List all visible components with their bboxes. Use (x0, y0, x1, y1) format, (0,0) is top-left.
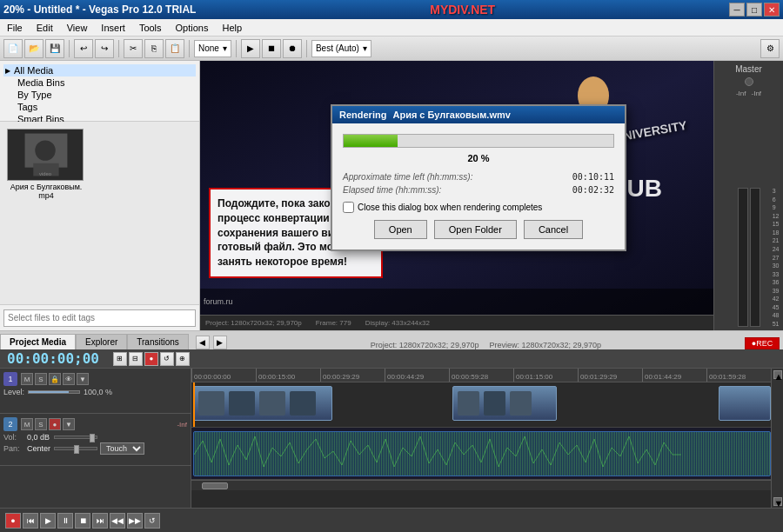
level-slider[interactable] (28, 390, 80, 394)
vertical-scrollbar[interactable]: ▲ ▼ (771, 369, 783, 508)
toolbar-separator-2 (118, 40, 119, 57)
tree-media-bins[interactable]: Media Bins (3, 76, 196, 89)
dialog-close-checkbox[interactable] (343, 202, 354, 213)
scroll-thumb[interactable] (202, 482, 228, 489)
tab-next-btn[interactable]: ▶ (213, 336, 227, 349)
transport-goto-end[interactable]: ⏭ (92, 513, 108, 529)
tl-btn-rec[interactable]: ● (144, 352, 158, 366)
menu-tools[interactable]: Tools (136, 23, 165, 33)
menu-edit[interactable]: Edit (33, 23, 57, 33)
audio-clip-1[interactable] (193, 431, 771, 476)
scroll-up-btn[interactable]: ▲ (773, 370, 782, 379)
minimize-button[interactable]: ─ (729, 3, 745, 17)
transport-prev-frame[interactable]: ◀◀ (110, 513, 125, 529)
maximize-button[interactable]: □ (746, 3, 762, 17)
window-title: 20% - Untitled * - Vegas Pro 12.0 TRIAL (3, 3, 196, 16)
toolbar-record[interactable]: ⏺ (283, 39, 302, 58)
waveform (194, 432, 770, 475)
toolbar-save[interactable]: 💾 (45, 39, 64, 58)
scroll-down-btn[interactable]: ▼ (773, 497, 782, 506)
toolbar-stop[interactable]: ⏹ (262, 39, 281, 58)
transport-loop[interactable]: ↺ (144, 513, 160, 529)
center-panel: UNIVERSITY UB forum.ru Rendering Ария с … (200, 61, 713, 330)
toolbar-new[interactable]: 📄 (3, 39, 23, 58)
tab-explorer[interactable]: Explorer (76, 334, 127, 349)
video-clip-3[interactable] (719, 386, 771, 421)
audio-solo-btn[interactable]: S (35, 418, 47, 430)
dialog-open-button[interactable]: Open (374, 220, 427, 239)
title-bar: 20% - Untitled * - Vegas Pro 12.0 TRIAL … (0, 0, 783, 19)
transport-goto-start[interactable]: ⏮ (23, 513, 38, 529)
menu-insert[interactable]: Insert (97, 23, 129, 33)
video-clip-1[interactable] (193, 386, 332, 421)
tree-by-type[interactable]: By Type (3, 89, 196, 101)
video-clip-2[interactable] (452, 386, 557, 421)
dialog-title: Rendering Ария с Булгаковым.wmv (332, 106, 625, 123)
menu-file[interactable]: File (3, 23, 26, 33)
track-mute-btn[interactable]: M (21, 373, 33, 385)
dialog-open-folder-button[interactable]: Open Folder (434, 220, 517, 239)
transport-next-frame[interactable]: ▶▶ (127, 513, 143, 529)
tl-btn-loop[interactable]: ↺ (160, 352, 174, 366)
vol-slider[interactable] (54, 436, 97, 439)
dialog-progress-fill (344, 135, 398, 147)
track-solo-btn[interactable]: S (35, 373, 47, 385)
transport-pause[interactable]: ⏸ (57, 513, 73, 529)
audio-expand-btn[interactable]: ▼ (63, 418, 75, 430)
dialog-cancel-button[interactable]: Cancel (524, 220, 583, 239)
right-panel: Master -Inf -Inf 3 6 9 12 15 (713, 61, 783, 330)
record-indicator: ●REC (745, 337, 780, 349)
transport-stop[interactable]: ⏹ (75, 513, 90, 529)
transport-play[interactable]: ▶ (40, 513, 56, 529)
tab-preview-info: Preview: 1280x720x32; 29,970p (489, 341, 601, 349)
pan-slider[interactable] (54, 447, 97, 450)
tab-project-media[interactable]: Project Media (0, 334, 76, 349)
track-expand-btn[interactable]: ▼ (77, 373, 89, 385)
menu-view[interactable]: View (64, 23, 91, 33)
vol-label: Vol: (3, 433, 24, 442)
tab-transitions[interactable]: Transitions (127, 334, 189, 349)
media-thumb-item[interactable]: video Ария с Булгаковым.mp4 (7, 129, 85, 297)
transport-record[interactable]: ● (5, 513, 21, 529)
playhead (193, 382, 195, 427)
toolbar-undo[interactable]: ↩ (74, 39, 93, 58)
ruler-mark-0: 00:00:00:00 (191, 369, 256, 382)
ruler-mark-1: 00:00:15:00 (256, 369, 320, 382)
menu-help[interactable]: Help (218, 23, 245, 33)
level-fill (29, 391, 69, 393)
video-track-header: 1 M S 🔒 👁 ▼ Level: 100,0 % (0, 369, 191, 414)
touch-dropdown[interactable]: Touch (100, 442, 144, 455)
dialog-buttons: Open Open Folder Cancel (343, 220, 614, 239)
toolbar-open[interactable]: 📂 (24, 39, 44, 58)
track-lock-btn[interactable]: 🔒 (49, 373, 61, 385)
tl-btn-2[interactable]: ⊟ (129, 352, 143, 366)
media-tree: ▶ All Media Media Bins By Type Tags Smar… (0, 61, 199, 122)
frame-info: Frame: 779 (316, 319, 351, 327)
quality-dropdown[interactable]: Best (Auto)▾ (311, 40, 371, 57)
master-knob[interactable] (745, 77, 753, 86)
toolbar-copy[interactable]: ⎘ (144, 39, 164, 58)
dialog-approx-row: Approximate time left (hh:mm:ss): 00:10:… (343, 172, 614, 182)
none-dropdown[interactable]: None▾ (194, 40, 231, 57)
tree-tags[interactable]: Tags (3, 101, 196, 113)
toolbar-settings[interactable]: ⚙ (760, 39, 780, 58)
toolbar-redo[interactable]: ↪ (95, 39, 114, 58)
timeline-scrollbar[interactable] (191, 480, 771, 490)
tl-btn-snap[interactable]: ⊕ (176, 352, 190, 366)
toolbar-play[interactable]: ▶ (241, 39, 260, 58)
toolbar-paste[interactable]: 📋 (165, 39, 184, 58)
svg-rect-9 (198, 391, 224, 416)
audio-mute-btn[interactable]: M (21, 418, 33, 430)
dialog-elapsed-label: Elapsed time (hh:mm:ss): (343, 185, 441, 195)
tag-input[interactable] (3, 309, 196, 327)
menu-options[interactable]: Options (172, 23, 212, 33)
tl-btn-1[interactable]: ⊞ (113, 352, 127, 366)
preview-bottom-text: forum.ru (204, 297, 233, 306)
tab-prev-btn[interactable]: ◀ (196, 336, 210, 349)
audio-rec-btn[interactable]: ● (49, 418, 61, 430)
toolbar-cut[interactable]: ✂ (124, 39, 143, 58)
dialog-elapsed-row: Elapsed time (hh:mm:ss): 00:02:32 (343, 185, 614, 195)
track-eye-btn[interactable]: 👁 (63, 373, 75, 385)
close-button[interactable]: ✕ (764, 3, 780, 17)
tree-all-media[interactable]: ▶ All Media (3, 64, 196, 76)
